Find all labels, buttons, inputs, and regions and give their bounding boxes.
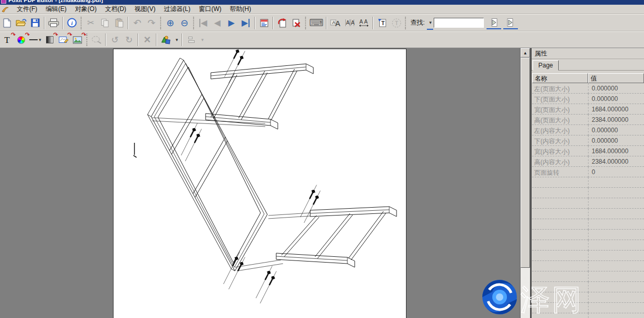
toolbar-grip[interactable] bbox=[193, 17, 195, 29]
circle-text-button[interactable]: T bbox=[390, 16, 403, 30]
zoom-in-icon: ⊕ bbox=[166, 18, 174, 28]
toolbar-grip[interactable] bbox=[305, 17, 307, 29]
find-previous-button[interactable] bbox=[487, 17, 501, 29]
zoom-in-button[interactable]: ⊕ bbox=[164, 16, 177, 30]
transform-tool-button[interactable] bbox=[90, 33, 103, 47]
find-input[interactable] bbox=[434, 18, 484, 28]
keyboard-icon: ⌨ bbox=[309, 18, 323, 28]
menu-help[interactable]: 帮助(H) bbox=[225, 4, 255, 14]
font-size-icon: AA bbox=[330, 18, 341, 27]
menu-document[interactable]: 文档(D) bbox=[101, 4, 131, 14]
rotate-right-object-button[interactable]: ↻ bbox=[122, 33, 135, 47]
page-layout-icon bbox=[259, 18, 269, 28]
font-pair-button[interactable]: AA bbox=[343, 16, 356, 30]
rotate-left-object-button[interactable]: ↺ bbox=[108, 33, 121, 47]
property-row[interactable]: 高(内容大小)2384.000000 bbox=[532, 156, 644, 167]
open-button[interactable] bbox=[15, 16, 28, 30]
property-row-empty bbox=[532, 240, 644, 251]
tab-page[interactable]: Page bbox=[533, 60, 559, 71]
assembly-drawing bbox=[114, 49, 407, 318]
line-icon bbox=[29, 39, 38, 40]
vertical-scrollbar[interactable]: ▲ bbox=[520, 48, 530, 318]
undo-button[interactable]: ↶ bbox=[131, 16, 144, 30]
property-row-empty bbox=[532, 177, 644, 188]
new-button[interactable] bbox=[1, 16, 14, 30]
menu-window[interactable]: 窗口(W) bbox=[195, 4, 225, 14]
align-dropdown-button[interactable]: ▾ bbox=[199, 33, 205, 47]
next-page-button[interactable]: ▶ bbox=[225, 16, 238, 30]
line-tool-button[interactable]: ▾ bbox=[29, 33, 42, 47]
property-row[interactable]: 宽(内容大小)1684.000000 bbox=[532, 146, 644, 156]
delete-object-button[interactable]: × bbox=[141, 33, 154, 47]
toolbar-grip[interactable] bbox=[405, 17, 406, 29]
document-info-button[interactable]: i bbox=[65, 16, 78, 30]
first-page-button[interactable]: ◀ bbox=[197, 16, 210, 30]
menu-file[interactable]: 文件(F) bbox=[13, 4, 41, 14]
toolbar-grip[interactable] bbox=[160, 17, 162, 29]
align-tool-button[interactable] bbox=[185, 33, 198, 47]
undo-icon: ↶ bbox=[133, 18, 141, 28]
menu-filter[interactable]: 过滤器(L) bbox=[160, 4, 195, 14]
save-button[interactable] bbox=[29, 16, 42, 30]
scroll-up-icon: ▲ bbox=[523, 51, 527, 55]
property-row[interactable]: 高(页面大小)2384.000000 bbox=[532, 115, 644, 125]
scroll-up-button[interactable]: ▲ bbox=[521, 48, 530, 58]
gradient-icon bbox=[46, 36, 53, 43]
menu-edit[interactable]: 编辑(E) bbox=[41, 4, 71, 14]
scrollbar-thumb[interactable] bbox=[521, 58, 530, 268]
svg-text:A: A bbox=[351, 20, 355, 26]
property-row[interactable]: 下(页面大小)0.000000 bbox=[532, 94, 644, 104]
font-spacing-button[interactable]: AA bbox=[357, 16, 370, 30]
add-text-button[interactable]: T bbox=[376, 16, 389, 30]
pdf-page[interactable] bbox=[113, 49, 406, 318]
dropdown-icon: ▾ bbox=[201, 37, 204, 42]
menu-view[interactable]: 视图(V) bbox=[130, 4, 160, 14]
document-menu-icon[interactable] bbox=[1, 6, 9, 13]
prev-page-button[interactable]: ◀ bbox=[211, 16, 224, 30]
shapes-tool-button[interactable] bbox=[159, 33, 172, 47]
copy-button[interactable] bbox=[98, 16, 111, 30]
cut-button[interactable]: ✂ bbox=[84, 16, 97, 30]
transform-lasso-icon bbox=[91, 35, 103, 44]
zoom-out-button[interactable]: ⊖ bbox=[178, 16, 191, 30]
property-row[interactable]: 左(页面大小)0.000000 bbox=[532, 83, 644, 94]
application-window: Foxit PDF Editor - [zhuakuang.pdf] 文件(F)… bbox=[0, 0, 644, 318]
toolbar-grip[interactable] bbox=[86, 33, 88, 46]
property-row[interactable]: 下(内容大小)0.000000 bbox=[532, 135, 644, 146]
text-tool-button[interactable]: T ↷ bbox=[1, 33, 14, 47]
rotate-page-button[interactable] bbox=[276, 16, 289, 30]
color-tool-button[interactable]: ↷ bbox=[15, 33, 28, 47]
delete-page-button[interactable] bbox=[290, 16, 303, 30]
page-layout-button[interactable] bbox=[257, 16, 270, 30]
shapes-dropdown-button[interactable]: ▾ bbox=[173, 33, 179, 47]
shading-tool-button[interactable]: ↷ bbox=[43, 33, 56, 47]
paste-button[interactable] bbox=[112, 16, 126, 30]
property-row[interactable]: 页面旋转0 bbox=[532, 167, 644, 177]
toolbar-separator bbox=[372, 17, 374, 29]
column-header-name[interactable]: 名称 bbox=[532, 73, 588, 83]
print-button[interactable] bbox=[47, 16, 60, 30]
property-row[interactable]: 左(内容大小)0.000000 bbox=[532, 125, 644, 135]
property-row-empty bbox=[532, 303, 644, 313]
keyboard-button[interactable]: ⌨ bbox=[309, 16, 324, 30]
add-text-icon: T bbox=[378, 18, 387, 28]
menu-object[interactable]: 对象(O) bbox=[71, 4, 100, 14]
column-header-value[interactable]: 值 bbox=[588, 73, 644, 83]
redo-button[interactable]: ↷ bbox=[145, 16, 158, 30]
font-size-button[interactable]: AA bbox=[329, 16, 342, 30]
find-dropdown-button[interactable]: ▾ bbox=[427, 16, 433, 30]
rotate-right-icon: ↻ bbox=[125, 36, 132, 44]
toolbar-main: i ✂ ↶ ↷ ⊕ ⊖ ◀ ◀ ▶ ▶ ⌨ bbox=[0, 14, 644, 31]
image-tool-button[interactable]: ↷ bbox=[71, 33, 84, 47]
property-row[interactable]: 宽(页面大小)1684.000000 bbox=[532, 104, 644, 115]
edit-image-tool-button[interactable]: ↷ bbox=[57, 33, 70, 47]
copy-icon bbox=[100, 18, 110, 28]
svg-text:A: A bbox=[359, 19, 363, 25]
find-next-icon bbox=[505, 18, 516, 27]
last-page-button[interactable]: ▶ bbox=[239, 16, 252, 30]
window-title: Foxit PDF Editor - [zhuakuang.pdf] bbox=[8, 0, 103, 3]
canvas-area: ▲ 属性 Page 名称 值 左(页面大小)0.000000 下(页面大小)0.… bbox=[0, 48, 644, 318]
toolbar-grip[interactable] bbox=[81, 17, 82, 29]
rotate-page-icon bbox=[277, 18, 287, 28]
find-next-button[interactable] bbox=[503, 17, 518, 29]
